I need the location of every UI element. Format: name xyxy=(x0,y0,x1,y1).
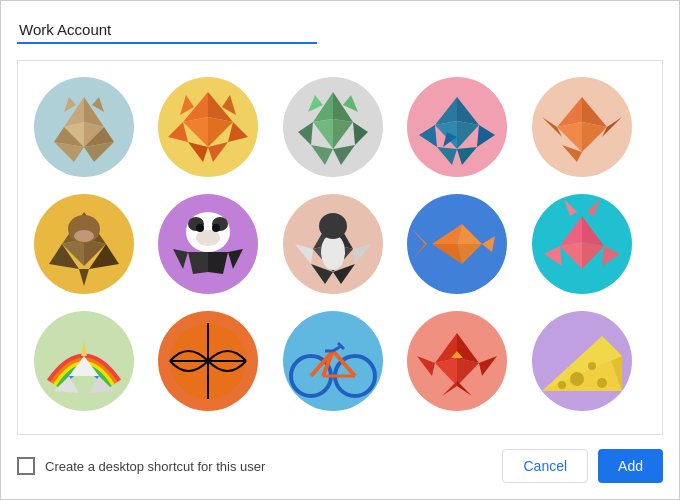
svg-marker-23 xyxy=(333,119,353,149)
svg-marker-84 xyxy=(560,242,582,269)
avatar-bird-orange[interactable] xyxy=(532,77,632,177)
avatar-dragon[interactable] xyxy=(283,77,383,177)
svg-marker-24 xyxy=(298,122,313,145)
svg-marker-1 xyxy=(84,97,104,127)
avatar-penguin[interactable] xyxy=(283,194,383,294)
avatar-redbird[interactable] xyxy=(407,311,507,411)
cancel-button[interactable]: Cancel xyxy=(502,449,588,483)
svg-marker-17 xyxy=(208,142,228,162)
svg-marker-106 xyxy=(435,333,457,363)
dialog-footer: Create a desktop shortcut for this user … xyxy=(17,435,663,483)
svg-marker-107 xyxy=(457,333,479,363)
add-button[interactable]: Add xyxy=(598,449,663,483)
svg-marker-83 xyxy=(582,216,604,246)
svg-marker-93 xyxy=(81,341,87,356)
svg-marker-61 xyxy=(188,252,208,274)
svg-marker-39 xyxy=(557,97,582,127)
svg-marker-110 xyxy=(417,356,435,376)
svg-marker-82 xyxy=(560,216,582,246)
svg-marker-28 xyxy=(308,95,323,112)
svg-marker-88 xyxy=(564,199,577,216)
svg-marker-25 xyxy=(353,122,368,145)
svg-marker-13 xyxy=(208,117,233,147)
svg-point-59 xyxy=(196,224,204,232)
desktop-shortcut-row: Create a desktop shortcut for this user xyxy=(17,457,265,475)
svg-marker-52 xyxy=(79,269,89,286)
svg-point-121 xyxy=(588,362,596,370)
action-buttons: Cancel Add xyxy=(502,449,663,483)
svg-marker-113 xyxy=(442,381,457,396)
svg-point-120 xyxy=(597,378,607,388)
svg-point-122 xyxy=(558,381,566,389)
avatar-fish[interactable] xyxy=(407,194,507,294)
svg-point-58 xyxy=(196,230,220,246)
svg-marker-12 xyxy=(183,117,208,147)
svg-marker-0 xyxy=(64,97,84,127)
profile-creation-dialog: Create a desktop shortcut for this user … xyxy=(1,1,679,499)
svg-marker-33 xyxy=(457,121,479,149)
avatar-bicycle[interactable] xyxy=(283,311,383,411)
svg-marker-85 xyxy=(582,242,604,269)
avatar-unicorn[interactable] xyxy=(34,311,134,411)
avatar-grid-wrapper xyxy=(17,60,663,435)
avatar-panda[interactable] xyxy=(158,194,258,294)
avatar-elephant[interactable] xyxy=(407,77,507,177)
svg-marker-41 xyxy=(557,122,582,152)
svg-point-60 xyxy=(212,224,220,232)
svg-marker-22 xyxy=(313,119,333,149)
svg-marker-87 xyxy=(602,246,620,266)
profile-name-input[interactable] xyxy=(17,17,317,44)
svg-point-119 xyxy=(570,372,584,386)
svg-marker-15 xyxy=(228,122,248,142)
svg-marker-86 xyxy=(544,246,562,266)
svg-marker-76 xyxy=(432,244,462,264)
svg-marker-14 xyxy=(168,122,188,142)
svg-marker-9 xyxy=(92,97,104,112)
svg-marker-29 xyxy=(343,95,358,112)
svg-marker-62 xyxy=(208,252,228,274)
svg-marker-64 xyxy=(228,249,243,269)
svg-marker-70 xyxy=(353,244,371,264)
svg-marker-80 xyxy=(412,244,427,259)
avatar-cheese[interactable] xyxy=(532,311,632,411)
desktop-shortcut-label: Create a desktop shortcut for this user xyxy=(45,459,265,474)
svg-marker-79 xyxy=(412,229,427,244)
avatar-fox[interactable] xyxy=(158,77,258,177)
desktop-shortcut-checkbox[interactable] xyxy=(17,457,35,475)
svg-marker-69 xyxy=(295,244,313,264)
svg-marker-37 xyxy=(457,147,477,165)
name-input-wrapper xyxy=(17,17,663,44)
avatar-grid xyxy=(18,61,662,434)
svg-marker-34 xyxy=(419,125,437,147)
svg-marker-27 xyxy=(333,145,355,165)
svg-marker-36 xyxy=(437,147,457,165)
svg-marker-75 xyxy=(432,224,462,244)
svg-point-73 xyxy=(321,234,345,270)
svg-point-54 xyxy=(74,230,94,242)
svg-point-74 xyxy=(319,213,347,239)
svg-marker-63 xyxy=(173,249,188,269)
avatar-cat[interactable] xyxy=(34,77,134,177)
svg-marker-40 xyxy=(582,97,607,127)
svg-marker-89 xyxy=(587,199,600,216)
avatar-monkey[interactable] xyxy=(34,194,134,294)
svg-marker-30 xyxy=(435,97,457,125)
svg-marker-16 xyxy=(188,142,208,162)
svg-marker-81 xyxy=(482,236,495,252)
svg-marker-35 xyxy=(477,125,495,147)
svg-marker-31 xyxy=(457,97,479,125)
svg-marker-114 xyxy=(457,381,472,396)
avatar-rabbit[interactable] xyxy=(532,194,632,294)
svg-marker-26 xyxy=(311,145,333,165)
svg-marker-42 xyxy=(582,122,607,152)
avatar-basketball[interactable] xyxy=(158,311,258,411)
svg-marker-8 xyxy=(64,97,76,112)
svg-marker-111 xyxy=(479,356,497,376)
